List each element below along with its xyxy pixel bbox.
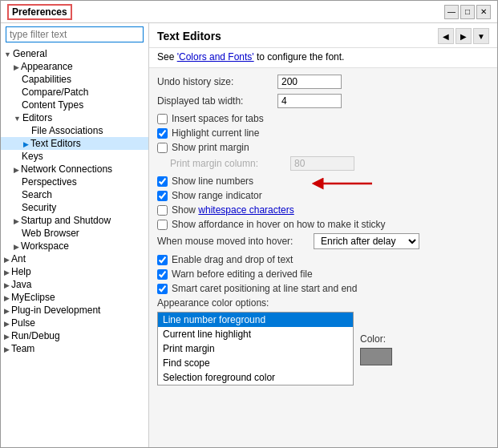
- show-whitespace-row: Show whitespace characters: [157, 204, 489, 216]
- maximize-button[interactable]: □: [460, 5, 475, 19]
- insert-spaces-checkbox[interactable]: [157, 114, 168, 124]
- expand-icon: ▶: [4, 268, 10, 276]
- show-range-row: Show range indicator: [157, 190, 489, 201]
- panel-title: Text Editors: [157, 30, 221, 42]
- panel-body: Undo history size: Displayed tab width: …: [149, 68, 497, 447]
- highlight-line-label: Highlight current line: [172, 127, 259, 139]
- sidebar-item-compare-patch[interactable]: Compare/Patch: [1, 86, 148, 99]
- colors-fonts-link[interactable]: 'Colors and Fonts': [177, 51, 254, 63]
- show-whitespace-checkbox[interactable]: [157, 205, 168, 216]
- expand-icon: ▶: [23, 140, 29, 148]
- sidebar-item-plugin-dev[interactable]: ▶Plug-in Development: [1, 304, 148, 317]
- color-item-current-line[interactable]: Current line highlight: [158, 327, 353, 341]
- sidebar-item-myeclipse[interactable]: ▶MyEclipse: [1, 291, 148, 304]
- insert-spaces-label: Insert spaces for tabs: [172, 113, 264, 124]
- sidebar-item-text-editors[interactable]: ▶Text Editors: [1, 137, 148, 150]
- color-item-find-scope[interactable]: Find scope: [158, 356, 353, 370]
- show-affordance-row: Show affordance in hover on how to make …: [157, 219, 489, 230]
- sidebar-item-perspectives[interactable]: Perspectives: [1, 176, 148, 188]
- drag-drop-checkbox[interactable]: [157, 255, 168, 265]
- nav-drop-button[interactable]: ▼: [473, 28, 489, 44]
- print-margin-input[interactable]: [290, 156, 354, 171]
- tree: ▼General ▶Appearance Capabilities Compar…: [1, 46, 148, 447]
- sidebar-item-web-browser[interactable]: Web Browser: [1, 227, 148, 240]
- show-range-checkbox[interactable]: [157, 191, 168, 201]
- show-affordance-checkbox[interactable]: [157, 220, 168, 230]
- expand-icon: ▶: [4, 307, 10, 315]
- window-title: Preferences: [7, 4, 72, 20]
- color-item-line-num-fg[interactable]: Line number foreground: [158, 313, 353, 327]
- sidebar-item-java[interactable]: ▶Java: [1, 278, 148, 291]
- smart-caret-checkbox[interactable]: [157, 284, 168, 294]
- sidebar-item-general[interactable]: ▼General: [1, 47, 148, 60]
- color-swatch[interactable]: [360, 348, 392, 365]
- drag-drop-label: Enable drag and drop of text: [172, 254, 293, 265]
- sidebar-item-workspace[interactable]: ▶Workspace: [1, 240, 148, 252]
- subheader-prefix: See: [157, 51, 177, 63]
- expand-icon: ▶: [4, 320, 10, 328]
- expand-icon: ▶: [4, 256, 10, 264]
- warn-editing-checkbox[interactable]: [157, 269, 168, 280]
- insert-spaces-row: Insert spaces for tabs: [157, 113, 489, 124]
- sidebar-item-capabilities[interactable]: Capabilities: [1, 73, 148, 86]
- color-item-print-margin[interactable]: Print margin: [158, 341, 353, 356]
- filter-input[interactable]: [6, 26, 144, 42]
- sidebar-item-ant[interactable]: ▶Ant: [1, 252, 148, 265]
- nav-arrows: ◀ ▶ ▼: [438, 28, 489, 44]
- sidebar-item-editors[interactable]: ▼Editors: [1, 111, 148, 124]
- undo-label: Undo history size:: [157, 76, 277, 87]
- expand-icon: ▶: [4, 281, 10, 289]
- sidebar-item-startup[interactable]: ▶Startup and Shutdow: [1, 214, 148, 227]
- sidebar-item-search[interactable]: Search: [1, 188, 148, 201]
- tab-row: Displayed tab width:: [157, 94, 489, 108]
- color-options-row: Line number foreground Current line high…: [157, 312, 489, 385]
- undo-input[interactable]: [277, 75, 342, 89]
- show-line-numbers-checkbox[interactable]: [157, 176, 168, 187]
- sidebar-item-keys[interactable]: Keys: [1, 150, 148, 163]
- panel-subheader: See 'Colors and Fonts' to configure the …: [149, 48, 497, 68]
- show-print-margin-row: Show print margin: [157, 142, 489, 153]
- nav-back-button[interactable]: ◀: [438, 28, 454, 44]
- expand-icon: ▶: [4, 294, 10, 302]
- sidebar-item-content-types[interactable]: Content Types: [1, 99, 148, 111]
- panel-header: Text Editors ◀ ▶ ▼: [149, 23, 497, 48]
- close-button[interactable]: ✕: [476, 5, 491, 19]
- sidebar-item-team[interactable]: ▶Team: [1, 342, 148, 355]
- highlight-line-checkbox[interactable]: [157, 128, 168, 139]
- nav-fwd-button[interactable]: ▶: [455, 28, 472, 44]
- sidebar: ▼General ▶Appearance Capabilities Compar…: [1, 23, 149, 447]
- print-margin-label: Print margin column:: [170, 158, 290, 169]
- color-list: Line number foreground Current line high…: [157, 312, 354, 385]
- show-print-margin-checkbox[interactable]: [157, 143, 168, 153]
- tab-input[interactable]: [277, 94, 342, 108]
- sidebar-item-appearance[interactable]: ▶Appearance: [1, 60, 148, 73]
- sidebar-item-run-debug[interactable]: ▶Run/Debug: [1, 329, 148, 342]
- show-affordance-label: Show affordance in hover on how to make …: [172, 219, 386, 230]
- hover-select[interactable]: Enrich after delay Enrich immediately Ne…: [314, 233, 419, 249]
- sidebar-item-security[interactable]: Security: [1, 201, 148, 214]
- hover-label: When mouse moved into hover:: [157, 236, 314, 247]
- undo-row: Undo history size:: [157, 75, 489, 89]
- expand-icon: ▶: [4, 333, 10, 341]
- sidebar-item-help[interactable]: ▶Help: [1, 265, 148, 278]
- show-whitespace-label: Show whitespace characters: [172, 204, 294, 216]
- preferences-window: Preferences — □ ✕ ▼General ▶Appearance C…: [0, 0, 498, 448]
- color-item-selection-fg[interactable]: Selection foreground color: [158, 370, 353, 385]
- warn-editing-label: Warn before editing a derived file: [172, 268, 313, 280]
- expand-icon: ▶: [14, 63, 19, 71]
- expand-icon: ▶: [14, 217, 19, 225]
- appearance-label: Appearance color options:: [157, 297, 489, 309]
- whitespace-link[interactable]: whitespace characters: [198, 204, 294, 216]
- title-bar: Preferences — □ ✕: [1, 1, 497, 23]
- color-label: Color:: [360, 333, 480, 345]
- show-range-label: Show range indicator: [172, 190, 262, 201]
- main-layout: ▼General ▶Appearance Capabilities Compar…: [1, 23, 497, 447]
- sidebar-item-file-associations[interactable]: File Associations: [1, 124, 148, 137]
- sidebar-item-network-connections[interactable]: ▶Network Connections: [1, 163, 148, 176]
- title-controls: — □ ✕: [444, 5, 491, 19]
- smart-caret-label: Smart caret positioning at line start an…: [172, 283, 357, 294]
- minimize-button[interactable]: —: [444, 5, 459, 19]
- tab-label: Displayed tab width:: [157, 95, 277, 107]
- content-panel: Text Editors ◀ ▶ ▼ See 'Colors and Fonts…: [149, 23, 497, 447]
- sidebar-item-pulse[interactable]: ▶Pulse: [1, 317, 148, 329]
